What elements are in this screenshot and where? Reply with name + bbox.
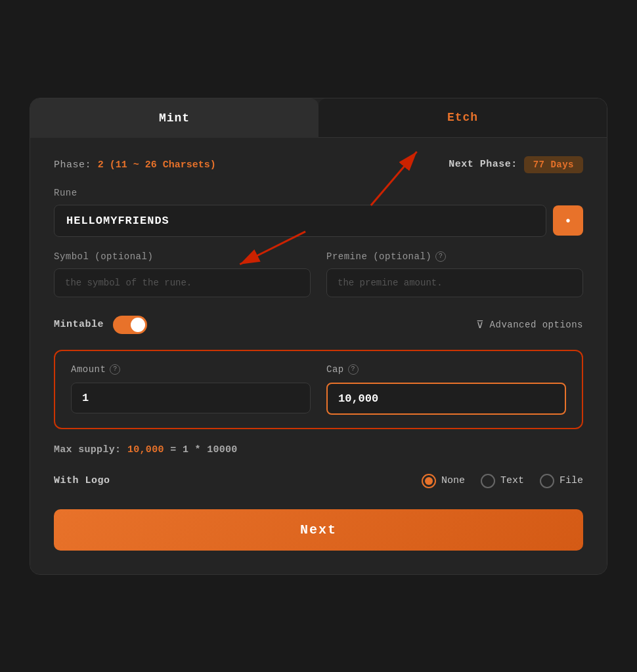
- tab-mint-label: Mint: [159, 112, 190, 125]
- phase-info: Phase: 2 (11 ~ 26 Charsets): [54, 159, 216, 171]
- radio-file-label: File: [560, 475, 583, 486]
- next-button[interactable]: Next: [54, 509, 583, 551]
- cap-help-icon[interactable]: ?: [348, 364, 359, 375]
- cap-input[interactable]: [326, 383, 566, 415]
- amount-label: Amount: [71, 364, 106, 375]
- radio-none[interactable]: None: [422, 474, 465, 488]
- radio-text[interactable]: Text: [481, 474, 524, 488]
- max-supply-row: Max supply: 10,000 = 1 * 10000: [54, 444, 583, 455]
- cap-field: Cap ?: [326, 364, 566, 415]
- phase-label: Phase:: [54, 159, 91, 171]
- max-supply-label: Max supply:: [54, 444, 121, 455]
- main-content: Phase: 2 (11 ~ 26 Charsets) Next Phase: …: [30, 138, 607, 574]
- tab-etch-label: Etch: [447, 111, 478, 124]
- symbol-label: Symbol (optional): [54, 251, 311, 262]
- premine-input[interactable]: [326, 268, 583, 297]
- next-phase-label: Next Phase:: [449, 159, 517, 170]
- radio-text-circle: [481, 474, 495, 488]
- mintable-toggle[interactable]: [113, 316, 147, 334]
- symbol-input[interactable]: [54, 268, 311, 297]
- radio-file[interactable]: File: [540, 474, 583, 488]
- modal-container: Mint Etch Phase: 2 (11 ~ 26 Charsets): [30, 98, 607, 575]
- cap-label: Cap: [326, 364, 344, 375]
- amount-help-icon[interactable]: ?: [110, 364, 120, 375]
- radio-none-label: None: [441, 475, 465, 486]
- tab-header: Mint Etch: [30, 98, 607, 138]
- rune-dot-button[interactable]: [553, 205, 583, 236]
- cap-label-row: Cap ?: [326, 364, 566, 375]
- mintable-label: Mintable: [54, 319, 104, 330]
- mintable-row: Mintable ⊽ Advanced options: [54, 316, 583, 334]
- radio-group: None Text File: [422, 474, 583, 488]
- premine-label: Premine (optional): [326, 251, 431, 262]
- next-phase-badge: 77 Days: [524, 156, 583, 173]
- rune-field-label: Rune: [54, 188, 583, 198]
- advanced-options-button[interactable]: ⊽ Advanced options: [476, 318, 583, 331]
- amount-label-row: Amount ?: [71, 364, 311, 375]
- advanced-options-label: Advanced options: [490, 320, 583, 330]
- premine-help-icon[interactable]: ?: [435, 251, 446, 262]
- radio-none-circle: [422, 474, 436, 488]
- radio-text-label: Text: [500, 475, 524, 486]
- max-supply-formula: = 1 * 10000: [170, 444, 237, 455]
- filter-icon: ⊽: [476, 318, 485, 331]
- mintable-left: Mintable: [54, 316, 147, 334]
- radio-file-circle: [540, 474, 554, 488]
- amount-input[interactable]: [71, 383, 311, 413]
- rune-row: [54, 205, 583, 237]
- logo-row: With Logo None Text File: [54, 474, 583, 488]
- next-phase-info: Next Phase: 77 Days: [449, 156, 583, 173]
- max-supply-value: 10,000: [127, 444, 164, 455]
- amount-cap-section: Amount ? Cap ?: [54, 350, 583, 429]
- premine-label-row: Premine (optional) ?: [326, 251, 583, 262]
- phase-value: 2 (11 ~ 26 Charsets): [98, 159, 216, 171]
- premine-field-group: Premine (optional) ?: [326, 251, 583, 297]
- rune-input[interactable]: [54, 205, 546, 237]
- symbol-premine-row: Symbol (optional) Premine (optional) ?: [54, 251, 583, 297]
- amount-cap-row: Amount ? Cap ?: [71, 364, 566, 415]
- tab-etch[interactable]: Etch: [318, 98, 607, 138]
- logo-label: With Logo: [54, 475, 110, 486]
- toggle-slider: [113, 316, 147, 334]
- phase-row: Phase: 2 (11 ~ 26 Charsets) Next Phase: …: [54, 156, 583, 173]
- symbol-field-group: Symbol (optional): [54, 251, 311, 297]
- amount-field: Amount ?: [71, 364, 311, 415]
- tab-mint[interactable]: Mint: [30, 98, 318, 138]
